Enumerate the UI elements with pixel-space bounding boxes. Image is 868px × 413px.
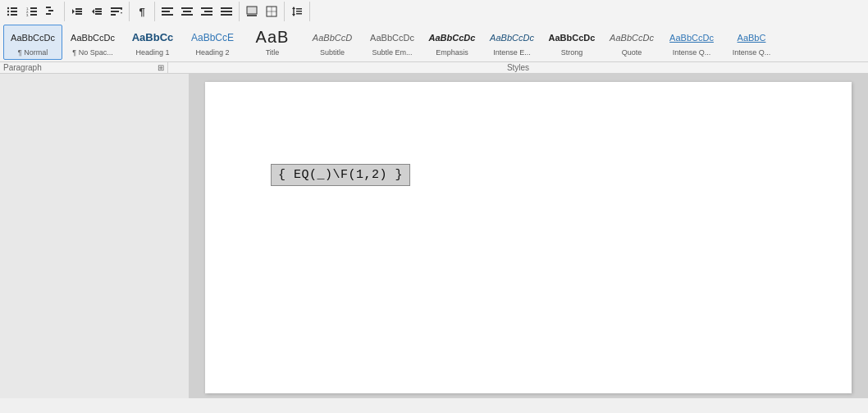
- svg-rect-36: [201, 14, 212, 16]
- styles-section-label: Styles: [168, 62, 868, 73]
- multilevel-btn[interactable]: [43, 2, 61, 20]
- svg-rect-37: [221, 7, 232, 9]
- svg-rect-38: [221, 11, 232, 12]
- svg-rect-14: [46, 13, 51, 15]
- style-label-emphasis: Emphasis: [436, 48, 468, 57]
- svg-rect-49: [296, 11, 302, 12]
- svg-rect-5: [11, 14, 17, 16]
- svg-point-0: [7, 7, 9, 9]
- svg-marker-47: [292, 14, 295, 16]
- svg-rect-39: [221, 14, 232, 16]
- svg-rect-22: [95, 13, 102, 15]
- paragraph-label: Paragraph: [3, 63, 42, 72]
- style-preview-no-space: AaBbCcDc: [71, 27, 115, 48]
- toolbar-row: 1.2.3. ¶: [0, 0, 868, 23]
- svg-rect-32: [183, 11, 191, 12]
- style-label-no-space: ¶ No Spac...: [72, 48, 112, 57]
- svg-rect-20: [95, 8, 102, 10]
- style-preview-heading1: AaBbCc: [132, 27, 174, 48]
- paragraph-expand-icon[interactable]: ⊞: [158, 63, 164, 72]
- style-label-intense-e: Intense E...: [493, 48, 531, 57]
- style-item-intense-e[interactable]: AaBbCcDcIntense E...: [482, 25, 541, 60]
- svg-rect-25: [111, 14, 116, 16]
- increase-indent-btn[interactable]: [88, 2, 106, 20]
- style-item-more[interactable]: AaBbCIntense Q...: [722, 25, 781, 60]
- svg-rect-9: [30, 11, 37, 12]
- svg-rect-48: [296, 8, 302, 10]
- style-item-subtitle[interactable]: AaBbCcDSubtitle: [303, 25, 362, 60]
- svg-rect-1: [11, 7, 17, 9]
- svg-rect-40: [247, 7, 257, 14]
- style-item-subtle-em[interactable]: AaBbCcDcSubtle Em...: [363, 25, 422, 60]
- style-label-heading2: Heading 2: [195, 48, 229, 57]
- svg-marker-15: [72, 9, 75, 14]
- left-panel: [0, 74, 189, 398]
- shading-btn[interactable]: [243, 2, 261, 20]
- style-label-title: Title: [266, 48, 280, 57]
- svg-rect-29: [162, 11, 170, 12]
- style-label-quote: Quote: [622, 48, 642, 57]
- style-item-no-space[interactable]: AaBbCcDc¶ No Spac...: [63, 25, 122, 60]
- style-preview-subtle-em: AaBbCcDc: [370, 27, 414, 48]
- svg-rect-23: [111, 7, 122, 9]
- style-preview-title: AaB: [256, 27, 290, 48]
- field-code-block[interactable]: { EQ(_)\F(1,2) }: [271, 164, 410, 186]
- style-preview-normal: AaBbCcDc: [11, 27, 55, 48]
- styles-row: AaBbCcDc¶ NormalAaBbCcDc¶ No Spac...AaBb…: [0, 23, 868, 61]
- styles-label: Styles: [507, 63, 529, 72]
- ribbon: 1.2.3. ¶: [0, 0, 868, 74]
- align-center-btn[interactable]: [178, 2, 196, 20]
- svg-rect-30: [162, 14, 173, 16]
- style-preview-subtitle: AaBbCcD: [313, 27, 352, 48]
- bullets-btn[interactable]: [3, 2, 21, 20]
- style-item-heading2[interactable]: AaBbCcEHeading 2: [183, 25, 242, 60]
- sort-btn[interactable]: [107, 2, 126, 20]
- svg-text:3.: 3.: [26, 13, 29, 17]
- line-spacing-btn[interactable]: [288, 2, 306, 20]
- numbering-btn[interactable]: 1.2.3.: [23, 2, 41, 20]
- style-label-intense-q: Intense Q...: [673, 48, 711, 57]
- svg-rect-11: [30, 14, 37, 16]
- paragraph-section-label: Paragraph ⊞: [0, 62, 168, 73]
- borders-btn[interactable]: [263, 2, 281, 20]
- svg-marker-46: [292, 7, 295, 9]
- style-item-title[interactable]: AaBTitle: [243, 25, 302, 60]
- align-right-btn[interactable]: [198, 2, 216, 20]
- svg-rect-13: [48, 10, 53, 11]
- style-label-heading1: Heading 1: [135, 48, 169, 57]
- show-hide-group: ¶: [133, 2, 155, 21]
- style-label-subtle-em: Subtle Em...: [372, 48, 412, 57]
- svg-rect-34: [201, 7, 212, 9]
- alignment-group: [158, 2, 240, 21]
- style-item-heading1[interactable]: AaBbCcHeading 1: [123, 25, 182, 60]
- style-item-strong[interactable]: AaBbCcDcStrong: [542, 25, 601, 60]
- style-preview-emphasis: AaBbCcDc: [429, 27, 476, 48]
- svg-rect-21: [95, 11, 102, 12]
- style-preview-heading2: AaBbCcE: [191, 27, 234, 48]
- svg-rect-35: [204, 11, 212, 12]
- style-label-more: Intense Q...: [733, 48, 771, 57]
- justify-btn[interactable]: [217, 2, 235, 20]
- svg-rect-7: [30, 7, 37, 9]
- style-label-normal: ¶ Normal: [18, 48, 48, 57]
- decrease-indent-btn[interactable]: [68, 2, 86, 20]
- style-item-quote[interactable]: AaBbCcDcQuote: [602, 25, 661, 60]
- show-hide-btn[interactable]: ¶: [133, 2, 151, 20]
- style-item-intense-q[interactable]: AaBbCcDcIntense Q...: [662, 25, 721, 60]
- svg-rect-33: [181, 14, 193, 16]
- style-item-emphasis[interactable]: AaBbCcDcEmphasis: [423, 25, 482, 60]
- align-left-btn[interactable]: [158, 2, 176, 20]
- svg-rect-41: [247, 15, 257, 16]
- style-preview-quote: AaBbCcDc: [610, 27, 654, 48]
- line-spacing-group: [288, 2, 310, 21]
- list-group: 1.2.3.: [3, 2, 65, 21]
- svg-rect-18: [75, 13, 82, 15]
- svg-marker-19: [92, 9, 94, 14]
- svg-point-2: [7, 11, 9, 12]
- style-preview-more: AaBbC: [738, 27, 766, 48]
- style-item-normal[interactable]: AaBbCcDc¶ Normal: [3, 25, 62, 60]
- document-page[interactable]: { EQ(_)\F(1,2) }: [205, 82, 852, 393]
- document-area: { EQ(_)\F(1,2) }: [189, 74, 868, 398]
- indent-group: [68, 2, 130, 21]
- svg-rect-24: [111, 11, 119, 12]
